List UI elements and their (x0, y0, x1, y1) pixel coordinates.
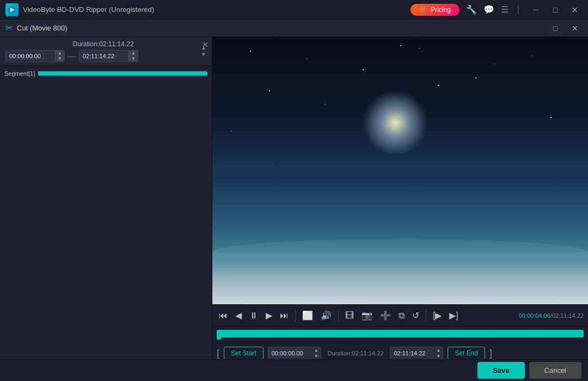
rotate-button[interactable]: ↺ (410, 309, 421, 322)
snapshot-button[interactable]: 📷 (359, 309, 375, 322)
timeline-handle[interactable] (217, 330, 221, 340)
subtoolbar: ✂ Cut (Movie 800) □ ✕ (0, 20, 588, 37)
set-end-spinner: ▲ ▼ (434, 347, 443, 359)
left-panel: Duration:02:11:14.22 ▲ ▼ — ▲ (0, 37, 212, 381)
right-panel: ⏮ ◀ ⏸ ▶ ⏭ ⬜ 🔊 🎞 📷 ➕ ⧉ ↺ [▶ ▶] 00:00:04.0… (212, 37, 588, 381)
current-time: 00:00:04.06 (519, 312, 550, 319)
app-logo (5, 3, 19, 16)
time-separator: — (68, 52, 76, 60)
crop-button[interactable]: ⬜ (300, 309, 315, 322)
mark-end-button[interactable]: ▶] (447, 309, 460, 322)
timeline-track[interactable] (217, 330, 584, 340)
set-end-up[interactable]: ▲ (434, 347, 443, 353)
cut-title: Cut (Movie 800) (17, 24, 548, 32)
timeline-progress (217, 330, 584, 337)
chat-icon[interactable]: 💬 (483, 4, 494, 15)
bottom-bar: Save Cancel (0, 359, 588, 381)
scissors-icon: ✂ (5, 23, 13, 33)
set-start-spinner: ▲ ▼ (312, 347, 321, 359)
list-item: Segment[1] (4, 70, 207, 77)
separator-1 (295, 310, 296, 321)
mark-start-button[interactable]: [▶ (431, 309, 444, 322)
volume-button[interactable]: 🔊 (318, 309, 334, 322)
end-time-input[interactable] (79, 51, 128, 61)
start-time-down[interactable]: ▼ (56, 56, 64, 62)
right-bracket: ] (489, 348, 492, 359)
end-time-down[interactable]: ▼ (129, 56, 138, 62)
end-time-input-wrap: ▲ ▼ (79, 50, 138, 62)
add-button[interactable]: ➕ (378, 309, 393, 322)
set-end-time-input[interactable] (390, 348, 434, 359)
minimize-button[interactable]: ─ (528, 2, 543, 17)
close-button[interactable]: ✕ (567, 2, 583, 17)
end-time-spinner: ▲ ▼ (128, 51, 138, 62)
clip-button[interactable]: 🎞 (343, 310, 356, 322)
set-end-time-wrap: ▲ ▼ (390, 347, 443, 360)
titlebar-icons: 🔧 💬 ☰ | (466, 4, 522, 15)
set-start-down[interactable]: ▼ (312, 353, 321, 359)
play-pause-button[interactable]: ⏸ (247, 310, 260, 322)
lens-flare (363, 90, 428, 156)
step-back-button[interactable]: ◀ (233, 309, 244, 322)
cancel-button[interactable]: Cancel (529, 362, 581, 379)
pricing-button[interactable]: 🛒 Pricing (411, 4, 460, 16)
total-time: 02:11:14.22 (552, 312, 584, 319)
controls-bar: ⏮ ◀ ⏸ ▶ ⏭ ⬜ 🔊 🎞 📷 ➕ ⧉ ↺ [▶ ▶] 00:00:04.0… (212, 304, 588, 326)
skip-to-end-button[interactable]: ⏭ (278, 310, 291, 322)
sub-maximize-button[interactable]: □ (548, 21, 563, 36)
sub-window-controls: □ ✕ (548, 21, 583, 36)
sub-close-button[interactable]: ✕ (567, 21, 583, 36)
app-title: VideoByte BD-DVD Ripper (Unregistered) (23, 5, 411, 14)
wrench-icon[interactable]: 🔧 (466, 4, 477, 15)
save-button[interactable]: Save (477, 362, 524, 379)
main-area: Duration:02:11:14.22 ▲ ▼ — ▲ (0, 37, 588, 381)
time-display: 00:00:04.06/02:11:14.22 (519, 312, 584, 319)
maximize-button[interactable]: □ (548, 2, 563, 17)
set-start-button[interactable]: Set Start (224, 347, 264, 360)
timeline[interactable] (212, 326, 588, 343)
menu-icon[interactable]: ☰ (501, 4, 509, 15)
set-end-down[interactable]: ▼ (434, 353, 443, 359)
step-forward-button[interactable]: ▶ (264, 309, 274, 322)
time-inputs: ▲ ▼ — ▲ ▼ (5, 50, 201, 62)
set-end-button[interactable]: Set End (448, 347, 485, 360)
cut-duration-label: Duration:02:11:14.22 (5, 40, 201, 48)
cut-header: Duration:02:11:14.22 ▲ ▼ — ▲ (0, 37, 212, 66)
separator-3 (426, 310, 426, 321)
video-frame (212, 37, 588, 304)
copy-button[interactable]: ⧉ (396, 310, 407, 322)
segment-label: Segment[1] (4, 70, 35, 77)
title-bar: VideoByte BD-DVD Ripper (Unregistered) 🛒… (0, 0, 588, 20)
start-time-up[interactable]: ▲ (56, 51, 64, 56)
segments-area: Segment[1] (0, 66, 212, 354)
start-time-input-wrap: ▲ ▼ (5, 50, 65, 62)
set-start-time-wrap: ▲ ▼ (268, 347, 321, 360)
close-cut-button[interactable]: ✕ (202, 40, 209, 49)
skip-to-start-button[interactable]: ⏮ (217, 310, 230, 322)
set-start-time-input[interactable] (268, 348, 312, 359)
set-start-up[interactable]: ▲ (312, 347, 321, 353)
window-controls: ─ □ ✕ (528, 2, 583, 17)
video-area (212, 37, 588, 304)
left-bracket: [ (217, 348, 219, 359)
segment-progress-bar (38, 71, 207, 76)
separator-2 (338, 310, 339, 321)
start-time-spinner: ▲ ▼ (55, 51, 64, 62)
cart-icon: 🛒 (419, 6, 427, 14)
nav-down-button[interactable]: ▼ (201, 52, 206, 57)
start-time-input[interactable] (6, 51, 55, 61)
earth-surface (212, 239, 588, 304)
end-time-up[interactable]: ▲ (129, 51, 138, 56)
duration-label: Duration:02:11:14.22 (326, 350, 386, 357)
